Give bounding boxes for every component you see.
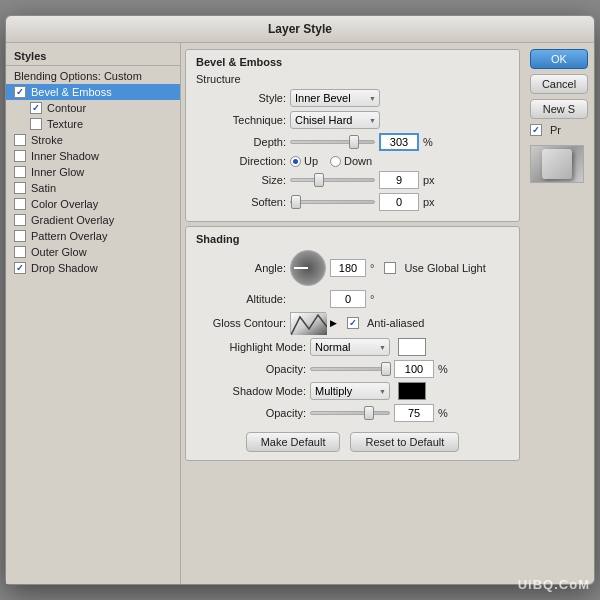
technique-select-wrapper[interactable]: Chisel Hard [290, 111, 380, 129]
angle-line [294, 267, 308, 269]
highlight-opacity-unit: % [438, 363, 448, 375]
angle-input[interactable] [330, 259, 366, 277]
pattern-overlay-label: Pattern Overlay [31, 230, 107, 242]
highlight-opacity-slider[interactable] [310, 367, 390, 371]
inner-shadow-checkbox[interactable] [14, 150, 26, 162]
sidebar-item-color-overlay[interactable]: Color Overlay [6, 196, 180, 212]
sidebar-item-pattern-overlay[interactable]: Pattern Overlay [6, 228, 180, 244]
depth-unit: % [423, 136, 433, 148]
anti-aliased-checkbox[interactable] [347, 317, 359, 329]
direction-up-item[interactable]: Up [290, 155, 318, 167]
sidebar-item-satin[interactable]: Satin [6, 180, 180, 196]
texture-checkbox[interactable] [30, 118, 42, 130]
sidebar-item-gradient-overlay[interactable]: Gradient Overlay [6, 212, 180, 228]
color-overlay-checkbox[interactable] [14, 198, 26, 210]
style-select[interactable]: Inner Bevel [290, 89, 380, 107]
shadow-opacity-input[interactable] [394, 404, 434, 422]
preview-label: Pr [550, 124, 561, 136]
bevel-emboss-section: Bevel & Emboss Structure Style: Inner Be… [185, 49, 520, 222]
outer-glow-checkbox[interactable] [14, 246, 26, 258]
shadow-mode-label: Shadow Mode: [196, 385, 306, 397]
shadow-color-swatch[interactable] [398, 382, 426, 400]
cancel-button[interactable]: Cancel [530, 74, 588, 94]
new-button[interactable]: New S [530, 99, 588, 119]
reset-to-default-button[interactable]: Reset to Default [350, 432, 459, 452]
direction-row: Direction: Up Down [196, 155, 509, 167]
sidebar-item-texture[interactable]: Texture [6, 116, 180, 132]
highlight-mode-select[interactable]: Normal [310, 338, 390, 356]
gradient-overlay-checkbox[interactable] [14, 214, 26, 226]
highlight-color-swatch[interactable] [398, 338, 426, 356]
size-row: Size: px [196, 171, 509, 189]
sidebar-item-inner-shadow[interactable]: Inner Shadow [6, 148, 180, 164]
shadow-mode-row: Shadow Mode: Multiply [196, 382, 509, 400]
anti-aliased-label: Anti-aliased [367, 317, 424, 329]
color-overlay-label: Color Overlay [31, 198, 98, 210]
sidebar-item-stroke[interactable]: Stroke [6, 132, 180, 148]
shading-section: Shading Angle: ° Use Global Light [185, 226, 520, 461]
blending-options-item[interactable]: Blending Options: Custom [6, 68, 180, 84]
shading-title: Shading [196, 233, 509, 245]
shadow-opacity-row: Opacity: % [196, 404, 509, 422]
dialog-body: Styles Blending Options: Custom Bevel & … [6, 43, 594, 584]
drop-shadow-label: Drop Shadow [31, 262, 98, 274]
stroke-checkbox[interactable] [14, 134, 26, 146]
direction-down-radio[interactable] [330, 156, 341, 167]
highlight-mode-select-wrapper[interactable]: Normal [310, 338, 390, 356]
preview-checkbox[interactable] [530, 124, 542, 136]
make-default-button[interactable]: Make Default [246, 432, 341, 452]
shadow-opacity-thumb[interactable] [364, 406, 374, 420]
highlight-opacity-thumb[interactable] [381, 362, 391, 376]
bevel-emboss-checkbox[interactable] [14, 86, 26, 98]
layer-style-dialog: Layer Style Styles Blending Options: Cus… [5, 15, 595, 585]
style-row: Style: Inner Bevel [196, 89, 509, 107]
depth-slider[interactable] [290, 140, 375, 144]
angle-wheel[interactable] [290, 250, 326, 286]
highlight-opacity-label: Opacity: [196, 363, 306, 375]
inner-glow-checkbox[interactable] [14, 166, 26, 178]
preview-thumbnail [530, 145, 584, 183]
style-select-wrapper[interactable]: Inner Bevel [290, 89, 380, 107]
soften-slider[interactable] [290, 200, 375, 204]
contour-checkbox[interactable] [30, 102, 42, 114]
sidebar-item-drop-shadow[interactable]: Drop Shadow [6, 260, 180, 276]
size-slider-thumb[interactable] [314, 173, 324, 187]
altitude-input[interactable] [330, 290, 366, 308]
global-light-checkbox[interactable] [384, 262, 396, 274]
gloss-contour-label: Gloss Contour: [196, 317, 286, 329]
sidebar-item-bevel-emboss[interactable]: Bevel & Emboss [6, 84, 180, 100]
sidebar-item-outer-glow[interactable]: Outer Glow [6, 244, 180, 260]
shadow-mode-select-wrapper[interactable]: Multiply [310, 382, 390, 400]
highlight-opacity-input[interactable] [394, 360, 434, 378]
stroke-label: Stroke [31, 134, 63, 146]
direction-up-radio[interactable] [290, 156, 301, 167]
altitude-label: Altitude: [196, 293, 286, 305]
sidebar-item-inner-glow[interactable]: Inner Glow [6, 164, 180, 180]
angle-unit: ° [370, 262, 374, 274]
style-label: Style: [196, 92, 286, 104]
depth-slider-thumb[interactable] [349, 135, 359, 149]
direction-down-item[interactable]: Down [330, 155, 372, 167]
soften-slider-thumb[interactable] [291, 195, 301, 209]
gloss-contour-preview[interactable] [290, 312, 326, 334]
pattern-overlay-checkbox[interactable] [14, 230, 26, 242]
satin-checkbox[interactable] [14, 182, 26, 194]
shadow-opacity-slider[interactable] [310, 411, 390, 415]
gloss-contour-arrow: ▶ [330, 318, 337, 328]
size-slider[interactable] [290, 178, 375, 182]
ok-button[interactable]: OK [530, 49, 588, 69]
shadow-mode-select[interactable]: Multiply [310, 382, 390, 400]
depth-input[interactable] [379, 133, 419, 151]
soften-row: Soften: px [196, 193, 509, 211]
size-input[interactable] [379, 171, 419, 189]
drop-shadow-checkbox[interactable] [14, 262, 26, 274]
global-light-label: Use Global Light [404, 262, 485, 274]
dialog-title: Layer Style [268, 22, 332, 36]
structure-title: Structure [196, 73, 509, 85]
inner-shadow-label: Inner Shadow [31, 150, 99, 162]
technique-select[interactable]: Chisel Hard [290, 111, 380, 129]
size-label: Size: [196, 174, 286, 186]
sidebar-item-contour[interactable]: Contour [6, 100, 180, 116]
soften-input[interactable] [379, 193, 419, 211]
bottom-buttons: Make Default Reset to Default [196, 426, 509, 454]
